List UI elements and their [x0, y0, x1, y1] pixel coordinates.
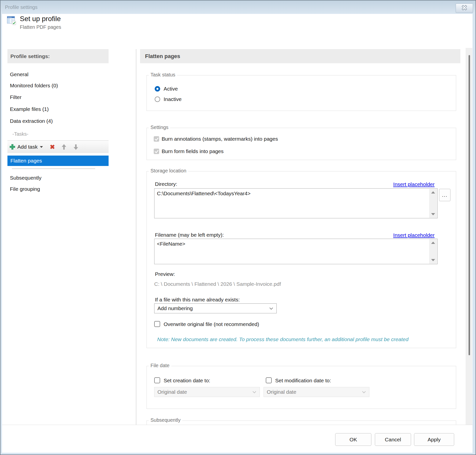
- chevron-down-icon: [362, 390, 366, 393]
- subsequently-group: Subsequently: [147, 421, 456, 425]
- window-frame-right: [473, 14, 476, 455]
- burn-annotations-label: Burn annotations (stamps, watermarks) in…: [162, 136, 278, 142]
- footer-divider: [2, 425, 473, 425]
- set-modification-date-checkbox[interactable]: [266, 377, 272, 383]
- window-title: Profile settings: [5, 0, 37, 14]
- filename-input-scrollbar[interactable]: [429, 239, 437, 264]
- dialog-subtitle: Flatten PDF pages: [20, 24, 61, 30]
- task-list-divider: [12, 168, 95, 169]
- add-task-button[interactable]: Add task: [17, 144, 38, 150]
- directory-input-scrollbar[interactable]: [429, 189, 437, 218]
- directory-input[interactable]: C:\Documents\Flattened\<TodaysYear4>: [154, 188, 438, 218]
- file-exists-label: If a file with this name already exists:: [155, 296, 240, 303]
- creation-date-selected-value: Original date: [157, 389, 187, 395]
- preview-path: C: \ Documents \ Flattened \ 2026 \ Samp…: [154, 281, 281, 287]
- inactive-radio[interactable]: [155, 97, 160, 102]
- sidebar-item-monitored-folders[interactable]: Monitored folders (0): [10, 82, 58, 89]
- preview-label: Preview:: [155, 271, 175, 277]
- dialog-title: Set up profile: [20, 15, 61, 23]
- scroll-down-icon[interactable]: [431, 213, 435, 215]
- sidebar-item-filter[interactable]: Filter: [10, 94, 22, 100]
- burn-form-fields-label: Burn form fields into pages: [162, 148, 224, 155]
- file-exists-dropdown[interactable]: Add numbering: [154, 303, 277, 313]
- add-task-plus-icon[interactable]: [10, 144, 15, 150]
- sidebar-item-subsequently[interactable]: Subsequently: [10, 175, 41, 181]
- ok-button[interactable]: OK: [335, 433, 371, 446]
- sidebar-item-example-files[interactable]: Example files (1): [10, 106, 49, 112]
- vertical-scrollbar-thumb[interactable]: [469, 55, 470, 355]
- directory-value: C:\Documents\Flattened\<TodaysYear4>: [157, 191, 250, 196]
- browse-directory-button[interactable]: ...: [439, 189, 450, 201]
- move-task-up-icon[interactable]: [61, 144, 66, 150]
- sidebar-item-file-grouping[interactable]: File grouping: [10, 186, 40, 192]
- active-radio[interactable]: [155, 86, 160, 92]
- sidebar-item-general[interactable]: General: [10, 71, 29, 78]
- set-creation-date-label[interactable]: Set creation date to:: [164, 377, 210, 384]
- overwrite-original-label[interactable]: Overwrite original file (not recommended…: [164, 321, 259, 327]
- close-icon: [461, 5, 468, 12]
- set-modification-date-label[interactable]: Set modification date to:: [275, 377, 331, 384]
- filename-insert-placeholder-link[interactable]: Insert placeholder: [393, 232, 435, 238]
- move-task-down-icon[interactable]: [73, 144, 78, 150]
- filename-input[interactable]: <FileName>: [154, 239, 438, 264]
- close-button[interactable]: [456, 3, 473, 13]
- filename-label: Filename (may be left empty):: [155, 232, 224, 238]
- directory-insert-placeholder-link[interactable]: Insert placeholder: [393, 181, 435, 187]
- burn-form-fields-checkbox[interactable]: [154, 149, 159, 154]
- modification-date-dropdown[interactable]: Original date: [264, 387, 369, 397]
- main-panel-heading: Flatten pages: [140, 49, 460, 63]
- overwrite-original-checkbox[interactable]: [154, 321, 160, 327]
- sidebar-heading: Profile settings:: [7, 49, 109, 63]
- set-creation-date-checkbox[interactable]: [154, 377, 160, 383]
- window-titlebar[interactable]: Profile settings: [0, 0, 476, 14]
- sidebar-item-data-extraction[interactable]: Data extraction (4): [10, 118, 53, 124]
- chevron-down-icon: [253, 390, 256, 393]
- file-date-group-label: File date: [149, 363, 171, 368]
- delete-task-icon[interactable]: ✖: [50, 144, 55, 150]
- chevron-down-icon: [269, 306, 273, 310]
- profile-settings-window: Profile settings Set up profile Flatten …: [0, 0, 476, 455]
- window-frame-bottom: [0, 453, 476, 455]
- subsequently-group-label: Subsequently: [149, 417, 182, 423]
- burn-annotations-checkbox[interactable]: [154, 136, 159, 142]
- apply-button[interactable]: Apply: [414, 433, 454, 446]
- storage-note: Note: New documents are created. To proc…: [157, 336, 409, 342]
- profile-window-icon: [7, 16, 16, 26]
- active-radio-label[interactable]: Active: [164, 86, 178, 92]
- settings-group-label: Settings: [149, 125, 170, 130]
- panel-divider: [136, 49, 136, 425]
- add-task-dropdown-caret-icon[interactable]: [40, 146, 43, 148]
- modification-date-selected-value: Original date: [267, 389, 296, 395]
- task-item-flatten-pages-selected[interactable]: Flatten pages: [7, 156, 109, 166]
- window-frame-left: [0, 14, 2, 455]
- scroll-up-icon[interactable]: [431, 191, 435, 194]
- storage-location-group-label: Storage location: [149, 168, 188, 174]
- tasks-section-label: -Tasks-: [12, 131, 28, 137]
- inactive-radio-label[interactable]: Inactive: [164, 96, 181, 102]
- filename-value: <FileName>: [157, 241, 185, 247]
- file-exists-selected-value: Add numbering: [157, 305, 193, 311]
- scroll-down-icon[interactable]: [431, 259, 435, 261]
- scroll-up-icon[interactable]: [431, 242, 435, 244]
- cancel-button[interactable]: Cancel: [375, 433, 411, 446]
- settings-group: Settings: [147, 128, 456, 160]
- directory-label: Directory:: [155, 181, 177, 187]
- task-status-group: Task status: [147, 75, 456, 111]
- tasks-toolbar: Add task ✖: [7, 140, 109, 153]
- task-status-group-label: Task status: [149, 72, 177, 78]
- creation-date-dropdown[interactable]: Original date: [154, 387, 260, 397]
